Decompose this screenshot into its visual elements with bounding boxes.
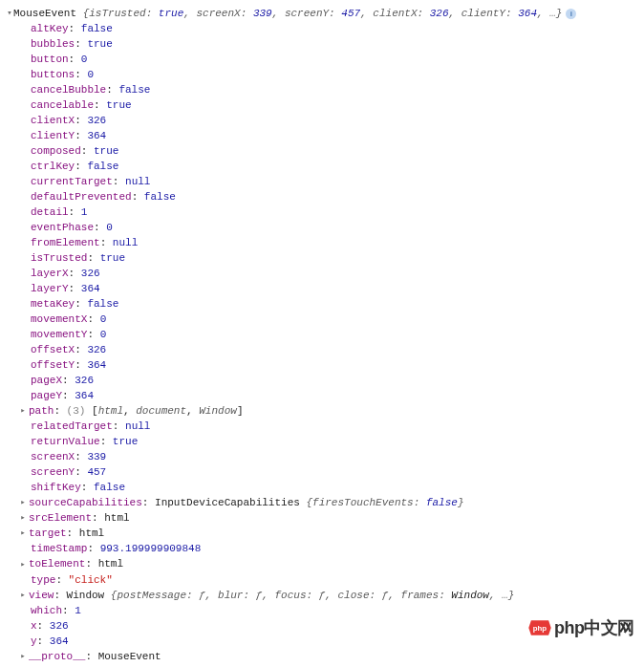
property-value: 326 [87,344,106,355]
property-value: 993.199999909848 [100,543,202,554]
expand-toggle-icon[interactable] [19,510,27,526]
property-row-metaKey: metaKey: false [4,296,644,312]
expand-toggle-icon[interactable] [19,526,27,541]
property-key: offsetY [31,359,75,371]
property-key: shiftKey [31,482,81,493]
expand-toggle-icon[interactable] [19,588,27,603]
property-row-pageX: pageX: 326 [4,373,644,388]
property-key: detail [31,206,69,218]
property-value: "click" [69,574,113,586]
property-value: true [100,252,125,264]
property-value: true [106,99,131,111]
property-key: clientY [31,130,75,141]
property-value: false [94,482,125,493]
property-row-returnValue: returnValue: true [4,434,644,449]
property-row-layerY: layerY: 364 [4,281,644,296]
object-summary: {isTrusted: true, screenX: 339, screenY:… [83,8,563,19]
watermark: php php中文网 [527,615,634,640]
property-row-movementY: movementY: 0 [4,327,644,342]
property-row-type: type: "click" [4,572,644,588]
expand-toggle-icon[interactable] [19,495,27,510]
property-value: 364 [50,635,69,647]
property-key: button [31,54,69,65]
array-item: Window [199,405,237,417]
property-key: offsetX [31,344,75,355]
property-key: path [29,405,54,417]
property-row-detail: detail: 1 [4,204,644,220]
property-row-movementX: movementX: 0 [4,312,644,327]
property-key: defaultPrevented [31,191,132,203]
property-key: cancelBubble [31,84,106,96]
property-row-offsetY: offsetY: 364 [4,357,644,373]
property-key: screenY [31,466,75,478]
property-row-timeStamp: timeStamp: 993.199999909848 [4,541,644,556]
property-key: srcElement [29,512,92,524]
property-value: 1 [81,206,88,218]
property-row-shiftKey: shiftKey: false [4,480,644,495]
property-row-buttons: buttons: 0 [4,67,644,82]
property-value: true [94,145,118,157]
property-value: 364 [87,130,106,141]
array-item: html [98,405,123,417]
property-key: metaKey [31,298,75,310]
property-row-clientX: clientX: 326 [4,113,644,128]
property-row-button: button: 0 [4,52,644,67]
property-key: type [31,574,55,586]
object-header[interactable]: MouseEvent {isTrusted: true, screenX: 33… [4,6,644,21]
property-row-sourceCapabilities[interactable]: sourceCapabilities: InputDeviceCapabilit… [4,495,644,510]
property-value: null [125,420,150,432]
property-value: 364 [87,359,106,371]
expand-toggle-icon[interactable] [19,557,27,572]
property-row-view[interactable]: view: Window {postMessage: ƒ, blur: ƒ, f… [4,588,644,603]
property-key: composed [31,145,81,157]
property-row-relatedTarget: relatedTarget: null [4,419,644,434]
property-row-composed: composed: true [4,143,644,159]
property-key: eventPhase [31,222,94,233]
property-key: sourceCapabilities [29,497,142,508]
property-value: false [87,298,118,310]
property-key: y [31,635,37,647]
property-value: true [87,38,112,50]
object-class: Window [67,590,105,601]
property-value: 326 [87,115,106,126]
property-row-__proto__[interactable]: __proto__: MouseEvent [4,649,644,664]
property-row-cancelBubble: cancelBubble: false [4,82,644,97]
property-key: timeStamp [31,543,87,554]
property-row-toElement[interactable]: toElement: html [4,556,644,571]
property-row-ctrlKey: ctrlKey: false [4,159,644,174]
property-key: pageY [31,390,62,401]
property-key: movementX [31,313,87,325]
property-row-cancelable: cancelable: true [4,97,644,113]
property-row-bubbles: bubbles: true [4,36,644,52]
property-value: 339 [87,451,106,463]
property-value: 457 [87,466,106,478]
property-value: 0 [81,54,88,65]
object-class: InputDeviceCapabilities [155,497,300,508]
property-row-layerX: layerX: 326 [4,266,644,281]
property-row-eventPhase: eventPhase: 0 [4,220,644,235]
property-value: 0 [106,222,113,233]
info-icon[interactable]: i [566,9,576,19]
property-key: pageX [31,375,62,386]
property-key: toElement [29,558,85,570]
expand-toggle-icon[interactable] [19,649,27,664]
property-key: screenX [31,451,75,463]
expand-toggle-icon[interactable] [6,6,13,21]
property-key: relatedTarget [31,420,113,432]
property-key: returnValue [31,436,100,447]
property-value: 0 [100,329,107,340]
property-row-clientY: clientY: 364 [4,128,644,143]
property-key: buttons [31,69,75,80]
property-row-screenY: screenY: 457 [4,464,644,480]
property-key: isTrusted [31,252,87,264]
expand-toggle-icon[interactable] [19,403,27,419]
property-row-target[interactable]: target: html [4,526,644,541]
property-value: false [118,84,150,96]
property-key: __proto__ [29,651,85,662]
property-row-path[interactable]: path: (3) [html, document, Window] [4,403,644,419]
property-value: null [125,176,150,187]
property-value: false [87,161,118,172]
property-row-srcElement[interactable]: srcElement: html [4,510,644,526]
property-value: 326 [50,620,69,632]
property-row-pageY: pageY: 364 [4,388,644,403]
